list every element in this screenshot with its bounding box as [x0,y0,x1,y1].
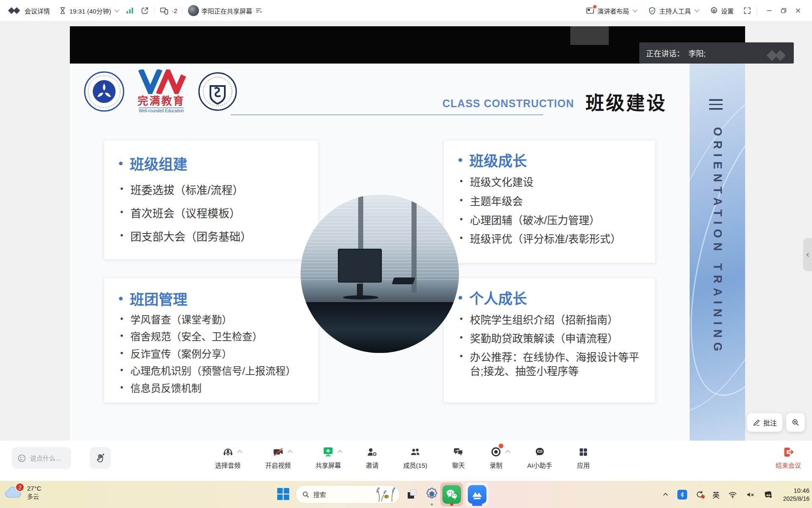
members-button[interactable]: 成员(15) [403,445,428,469]
tool-label: 聊天 [452,461,465,469]
list-item: 学风督查（课堂考勤） [119,313,312,327]
orientation-band: ORIENTATION TRAINING [690,64,745,441]
fullscreen-icon [743,6,751,15]
hourglass-icon [58,6,67,15]
list-item: 反诈宣传（案例分享） [119,347,312,361]
desk-phone [392,278,415,284]
network-signal-indicator[interactable] [126,7,134,14]
ai-assistant-button[interactable]: AI小助手 [527,445,552,469]
sharing-status-chip[interactable]: 李阳正在共享屏幕 [188,5,263,16]
invite-button[interactable]: 邀请 [366,445,378,469]
list-item: 团支部大会（团务基础） [119,230,311,244]
tool-label: 成员(15) [403,461,428,469]
settings-button[interactable]: 设置 [710,6,734,15]
presentation-slide: 完满教育 Well-rounded Education CLASS CONSTR… [70,64,745,441]
sync-status-icon[interactable] [695,490,704,499]
search-input[interactable] [313,491,363,498]
list-item: 奖勤助贷政策解读（申请流程） [458,332,649,346]
volume-muted-icon[interactable] [746,490,755,500]
clock-date: 2025/8/16 [783,495,809,502]
speaking-label: 正在讲话： [646,47,684,58]
weather-widget[interactable]: 2 27°C 多云 [3,484,41,501]
close-button[interactable] [791,3,805,18]
start-button[interactable] [276,487,290,501]
chat-input[interactable] [30,455,66,462]
magnifier-plus-icon [791,418,800,427]
exit-door-icon [782,446,795,458]
vm-logo-subtitle: Well-rounded Education [139,108,184,113]
meeting-topbar: 会议详情 19:31 (40分钟) ·2 [0,0,812,22]
layout-icon [586,6,595,15]
chat-bubble-icon [453,445,464,458]
meeting-details-button[interactable]: 会议详情 [25,6,50,15]
annotate-label: 批注 [763,417,777,427]
list-item: 办公推荐：在线协作、海报设计等平台;接龙、抽签小程序等 [458,350,649,379]
meeting-window: 会议详情 19:31 (40分钟) ·2 [0,0,812,508]
meeting-timer-dropdown[interactable]: 19:31 (40分钟) [58,6,119,15]
start-video-button[interactable]: 开启视频 [265,445,291,469]
apps-button[interactable]: 应用 [577,445,590,469]
end-meeting-button[interactable]: 结束会议 [776,446,801,469]
list-item: 校院学生组织介绍（招新指南） [458,313,649,328]
slide-english-title: CLASS CONSTRUCTION [442,97,574,110]
zoom-in-button[interactable] [786,413,805,432]
media-capture-icon[interactable] [763,489,773,500]
tool-label: 应用 [577,461,590,469]
end-meeting-label: 结束会议 [776,461,801,469]
minimize-button[interactable] [762,3,776,18]
members-icon [409,445,421,458]
task-view-button[interactable] [406,488,418,500]
headset-mic-icon [222,445,234,458]
raise-hand-button[interactable] [90,447,111,469]
monitor-count: ·2 [171,7,177,14]
video-thumbnail [570,26,609,45]
slide-chinese-title: 班级建设 [586,88,667,115]
clock-time: 10:46 [793,486,809,495]
video-options-chevron[interactable] [287,450,292,455]
wifi-icon[interactable] [728,490,737,500]
taskbar-clock[interactable]: 10:46 2025/8/16 [783,486,809,502]
list-item: 首次班会（议程模板） [119,206,311,221]
host-tools-button[interactable]: 主持人工具 [648,6,699,15]
tray-expand-button[interactable] [662,491,669,498]
share-screen-button[interactable]: 共享屏幕 [315,445,341,469]
orientation-band-text: ORIENTATION TRAINING [711,127,724,356]
audio-options-chevron[interactable] [237,450,242,455]
maximize-button[interactable] [776,3,791,18]
tool-label: 共享屏幕 [315,461,341,469]
card-items: 校院学生组织介绍（招新指南） 奖勤助贷政策解读（申请流程） 办公推荐：在线协作、… [458,313,649,379]
divider [182,6,183,15]
weather-badge: 2 [15,483,25,492]
record-options-chevron[interactable] [505,450,510,455]
select-audio-button[interactable]: 选择音频 [215,445,240,469]
apps-grid-icon [578,445,589,458]
bluetooth-icon[interactable] [677,490,687,500]
taskbar-search[interactable] [296,485,400,504]
fullscreen-button[interactable] [743,6,751,15]
wechat-notification-dot [450,503,453,506]
record-button[interactable]: 录制 [490,445,503,469]
open-in-new-button[interactable] [141,6,149,15]
chevron-down-icon [694,7,699,12]
chat-button[interactable]: 聊天 [452,445,465,469]
ai-robot-icon [534,445,546,458]
search-icon [302,491,310,499]
card-items: 班委选拔（标准/流程） 首次班会（议程模板） 团支部大会（团务基础） [119,183,311,244]
settings-app-button[interactable] [424,486,439,502]
annotate-button[interactable]: 批注 [747,413,782,432]
layout-switch-button[interactable]: 演讲者布局 [586,6,637,15]
meeting-toolbar: 选择音频 开启视频 共享屏幕 邀请 [0,441,812,481]
monitor-count-button[interactable]: ·2 [160,6,177,15]
quick-chat-pill[interactable] [12,447,71,469]
share-options-chevron[interactable] [338,450,342,455]
host-tools-label: 主持人工具 [659,6,691,15]
watermark-logo-icon [764,47,788,64]
card-items: 学风督查（课堂考勤） 宿舍规范（安全、卫生检查） 反诈宣传（案例分享） 心理危机… [119,313,312,395]
wechat-app-button[interactable] [440,483,463,506]
panel-collapse-handle[interactable] [803,238,812,271]
meeting-app-button[interactable] [466,483,489,506]
record-icon [490,445,502,458]
input-language-button[interactable]: 英 [713,489,720,500]
wechat-icon [442,485,461,504]
desk-surface [301,302,459,353]
